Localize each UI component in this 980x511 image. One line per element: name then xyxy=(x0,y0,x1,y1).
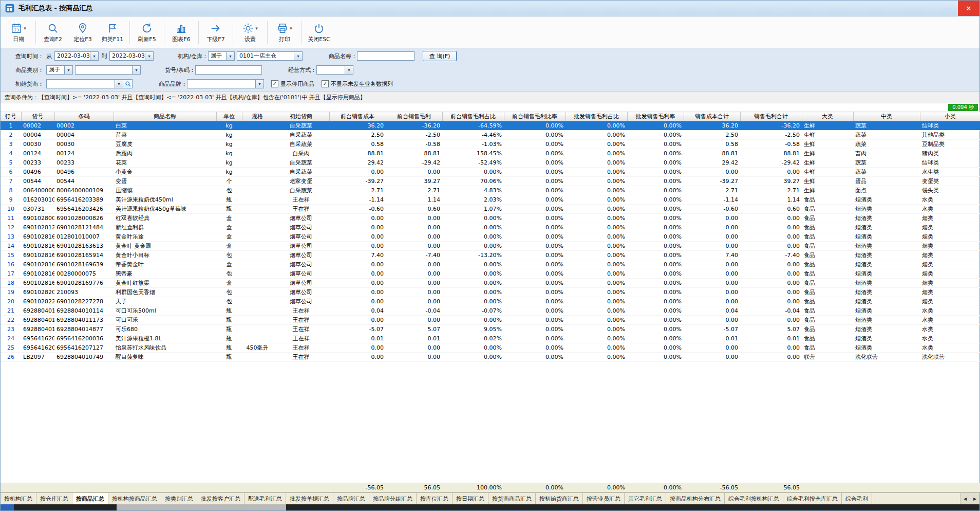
table-row[interactable]: 1969010282078210093利群国色天香烟包烟草公司0.000.000… xyxy=(1,288,980,297)
table-row[interactable]: 14690102816366901028163613黄金叶 黄金眼盒烟草公司0.… xyxy=(1,242,980,251)
drilldown-button[interactable]: 下级F7 xyxy=(201,19,231,46)
column-header-3[interactable]: 条码 xyxy=(54,112,114,121)
classify-button[interactable]: 归类F11 xyxy=(98,19,127,46)
table-row[interactable]: 12690102812146901028121484新红盒利群盒烟草公司0.00… xyxy=(1,223,980,232)
tab-批发按客户汇总[interactable]: 批发按客户汇总 xyxy=(197,493,244,504)
dropdown-arrow-icon[interactable]: ▾ xyxy=(255,26,258,31)
table-row[interactable]: 70054400544变蛋个老家变蛋-39.2739.2770.06%0.00%… xyxy=(1,177,980,186)
tab-按初始货商汇总[interactable]: 按初始货商汇总 xyxy=(536,493,583,504)
tab-综合毛利按机构汇总[interactable]: 综合毛利按机构汇总 xyxy=(725,493,783,504)
category-select[interactable]: ▾ xyxy=(75,65,141,75)
table-row[interactable]: 24695641620006956416200036美汁源果粒橙1.8L瓶王在祥… xyxy=(1,334,980,343)
column-header-5[interactable]: 单位 xyxy=(216,112,242,121)
column-header-7[interactable]: 初始货商 xyxy=(273,112,329,121)
minimize-button[interactable]: — xyxy=(939,1,958,16)
table-row[interactable]: 22692880401116928804011173可口可乐瓶王在祥0.000.… xyxy=(1,316,980,325)
tab-按货商商品汇总[interactable]: 按货商商品汇总 xyxy=(488,493,536,504)
tab-其它毛利汇总[interactable]: 其它毛利汇总 xyxy=(625,493,666,504)
dropdown-arrow-icon[interactable]: ▾ xyxy=(290,26,292,31)
table-row[interactable]: 10000200002白菜kg自采蔬菜36.20-36.20-64.59%0.0… xyxy=(1,121,980,131)
tab-按商品汇总[interactable]: 按商品汇总 xyxy=(72,493,108,504)
table-row[interactable]: 50023300233花菜kg自采蔬菜29.42-29.42-52.49%0.0… xyxy=(1,158,980,168)
tab-综合毛利按仓库汇总[interactable]: 综合毛利按仓库汇总 xyxy=(783,493,842,504)
product-name-input[interactable] xyxy=(357,51,414,61)
supplier-select[interactable]: ▾ xyxy=(46,79,123,88)
tab-按库位汇总[interactable]: 按库位汇总 xyxy=(417,493,453,504)
table-row[interactable]: 800640000018006400000109压缩馍包自采蔬菜2.71-2.7… xyxy=(1,186,980,195)
column-header-8[interactable]: 前台销售成本 xyxy=(329,112,386,121)
query-button[interactable]: 查 询(F) xyxy=(423,51,457,61)
column-header-4[interactable]: 商品名称 xyxy=(114,112,216,121)
code-input[interactable] xyxy=(195,65,262,75)
query-button[interactable]: 查询F2 xyxy=(38,19,68,46)
column-header-6[interactable]: 规格 xyxy=(242,112,273,121)
column-header-9[interactable]: 前台销售毛利 xyxy=(386,112,442,121)
tab-按机构汇总[interactable]: 按机构汇总 xyxy=(1,493,36,504)
org-mode-select[interactable]: 属于▾ xyxy=(208,51,235,61)
tab-按品牌汇总[interactable]: 按品牌汇总 xyxy=(333,493,369,504)
column-header-17[interactable]: 中类 xyxy=(853,112,920,121)
tab-按营业员汇总[interactable]: 按营业员汇总 xyxy=(583,493,625,504)
cell xyxy=(242,269,273,279)
table-row[interactable]: 16690102816966901028169639帝香黄金叶盒烟草公司0.00… xyxy=(1,260,980,269)
table-row[interactable]: 11690102800086901028000826红双喜软经典盒烟草公司0.0… xyxy=(1,214,980,223)
tab-按类别汇总[interactable]: 按类别汇总 xyxy=(161,493,197,504)
hide-empty-columns-checkbox[interactable]: 不显示未发生业务数据列 xyxy=(322,80,393,88)
tab-配送毛利汇总[interactable]: 配送毛利汇总 xyxy=(244,493,286,504)
tab-按日期汇总[interactable]: 按日期汇总 xyxy=(453,493,488,504)
column-header-10[interactable]: 前台销售毛利占比 xyxy=(442,112,504,121)
column-header-2[interactable]: 货号 xyxy=(21,112,54,121)
close-button[interactable]: ✕ xyxy=(958,1,979,16)
table-row[interactable]: 30003000030豆腐皮kg自采蔬菜0.58-0.58-1.03%0.00%… xyxy=(1,140,980,149)
table-row[interactable]: 100307316956416203426美汁源果粒奶优450g草莓味瓶王在祥-… xyxy=(1,205,980,214)
brand-select[interactable]: ▾ xyxy=(187,79,264,88)
close-button[interactable]: 关闭ESC xyxy=(304,19,334,46)
settings-button[interactable]: ▾设置 xyxy=(235,19,265,46)
org-select[interactable]: 0101一店主仓▾ xyxy=(237,51,303,61)
tab-scroll-left-icon[interactable]: ◀ xyxy=(960,493,970,504)
print-button[interactable]: ▾打印 xyxy=(270,19,299,46)
column-header-1[interactable]: 行号 xyxy=(1,112,21,121)
column-header-14[interactable]: 销售成本合计 xyxy=(684,112,740,121)
table-row[interactable]: 1369010281602012801010007黄金叶乐途盒烟草公司0.000… xyxy=(1,232,980,242)
column-header-16[interactable]: 大类 xyxy=(802,112,853,121)
tab-按商品机构分布汇总[interactable]: 按商品机构分布汇总 xyxy=(666,493,725,504)
dropdown-arrow-icon[interactable]: ▾ xyxy=(24,26,26,31)
column-header-11[interactable]: 前台销售毛利比率 xyxy=(504,112,566,121)
show-disabled-checkbox[interactable]: 显示停用商品 xyxy=(271,80,314,88)
tab-按机构按商品汇总[interactable]: 按机构按商品汇总 xyxy=(108,493,161,504)
mode-select[interactable]: ▾ xyxy=(316,65,353,75)
table-row[interactable]: 176901028169700280000075黑帝豪包烟草公司0.000.00… xyxy=(1,269,980,279)
column-header-13[interactable]: 批发销售毛利率 xyxy=(627,112,684,121)
chart-button[interactable]: 图表F6 xyxy=(166,19,196,46)
table-row[interactable]: 21692880401016928804010114可口可乐500ml瓶王在祥0… xyxy=(1,306,980,316)
table-row[interactable]: 23692880401486928804014877可乐680瓶王在祥-5.07… xyxy=(1,325,980,334)
tab-综合毛利[interactable]: 综合毛利 xyxy=(842,493,872,504)
table-row[interactable]: 901620301056956416203389美汁源果粒奶优450ml瓶王在祥… xyxy=(1,195,980,205)
tab-scroll-right-icon[interactable]: ▶ xyxy=(970,493,979,504)
locate-button[interactable]: 定位F3 xyxy=(68,19,98,46)
table-row[interactable]: 26LB20976928804010749醒目菠萝味瓶王在祥0.000.000.… xyxy=(1,353,980,362)
table-row[interactable]: 25695641620716956416207127怡泉苏打水风味饮品瓶450毫… xyxy=(1,343,980,353)
cell: 0.00 xyxy=(740,297,802,306)
category-mode-select[interactable]: 属于▾ xyxy=(46,65,73,75)
total-cell xyxy=(273,483,329,492)
date-button[interactable]: 15▾日期 xyxy=(4,19,33,46)
table-row[interactable]: 20690102822726901028227278天子包烟草公司0.000.0… xyxy=(1,297,980,306)
table-row[interactable]: 40012400124后腿肉kg自采肉-88.8188.81158.45%0.0… xyxy=(1,149,980,158)
table-row[interactable]: 20000400004芹菜kg自采蔬菜2.50-2.50-4.46%0.00%0… xyxy=(1,131,980,140)
date-from-select[interactable]: 2022-03-03▾ xyxy=(54,51,99,61)
column-header-18[interactable]: 小类 xyxy=(920,112,980,121)
date-to-select[interactable]: 2022-03-03▾ xyxy=(109,51,154,61)
table-row[interactable]: 15690102816596901028165914黄金叶小目标包烟草公司7.4… xyxy=(1,251,980,260)
column-header-15[interactable]: 销售毛利合计 xyxy=(740,112,802,121)
horizontal-scrollbar-thumb[interactable] xyxy=(117,504,286,510)
table-row[interactable]: 60049600496小黄金kg自采蔬菜0.000.000.00%0.00%0.… xyxy=(1,168,980,177)
table-row[interactable]: 18690102816976901028169776黄金叶红旗渠盒烟草公司0.0… xyxy=(1,279,980,288)
tab-按品牌分组汇总[interactable]: 按品牌分组汇总 xyxy=(369,493,417,504)
tab-按仓库汇总[interactable]: 按仓库汇总 xyxy=(36,493,72,504)
supplier-search-button[interactable] xyxy=(123,79,133,88)
tab-批发按单据汇总[interactable]: 批发按单据汇总 xyxy=(286,493,333,504)
refresh-button[interactable]: 刷新F5 xyxy=(132,19,162,46)
column-header-12[interactable]: 批发销售毛利占比 xyxy=(566,112,627,121)
